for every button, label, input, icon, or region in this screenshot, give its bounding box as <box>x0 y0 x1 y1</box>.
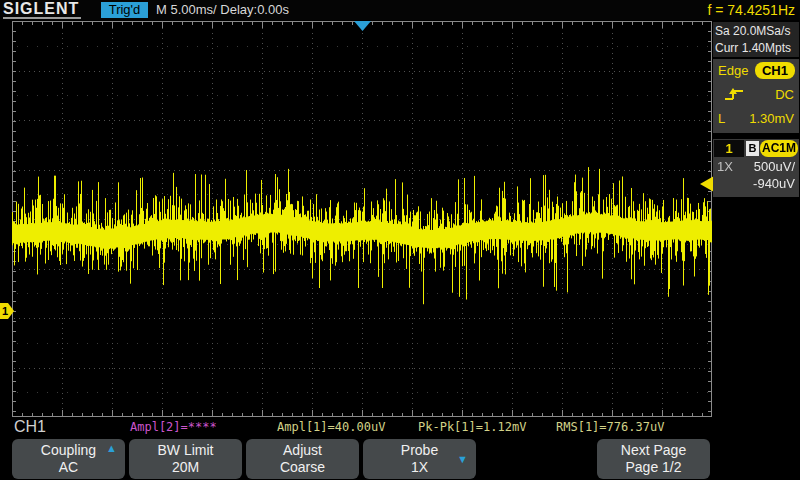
trigger-frequency: f = 74.4251Hz <box>707 2 795 18</box>
softkey-value: Coarse <box>246 459 359 476</box>
trigger-status-badge: Trig'd <box>101 2 148 18</box>
top-bar: SIGLENT Trig'd M 5.00ms/ Delay:0.00s f =… <box>0 0 800 20</box>
rising-edge-icon <box>723 86 745 104</box>
siglent-logo: SIGLENT <box>3 1 81 19</box>
softkey-value: AC <box>12 459 125 476</box>
vertical-offset: -940uV <box>753 175 795 192</box>
softkey-label: Adjust <box>246 442 359 459</box>
trigger-info-box[interactable]: Edge CH1 DC L 1.30mV <box>713 59 799 133</box>
softkey-next-page[interactable]: Next Page Page 1/2 <box>597 439 710 479</box>
bandwidth-limit-badge: B <box>746 141 759 156</box>
acquisition-info-box: Sa 20.0MSa/s Curr 1.40Mpts <box>713 22 799 57</box>
trigger-source-badge: CH1 <box>755 62 795 79</box>
measurement-pkpk1: Pk-Pk[1]=1.12mV <box>418 420 526 434</box>
softkey-label: Next Page <box>597 442 710 459</box>
trigger-coupling: DC <box>775 83 794 107</box>
channel-label: CH1 <box>14 418 46 436</box>
channel-info-box[interactable]: 1 B AC1M 1X 500uV/ -940uV <box>713 139 799 197</box>
softkey-label: BW Limit <box>129 442 242 459</box>
softkey-probe[interactable]: Probe 1X ▼ <box>363 439 476 479</box>
timebase-label[interactable]: M 5.00ms/ Delay:0.00s <box>156 2 289 18</box>
measurement-ampl1: Ampl[1]=40.00uV <box>277 420 385 434</box>
softkey-value: 20M <box>129 459 242 476</box>
measurement-ampl2: Ampl[2]=**** <box>130 420 217 434</box>
softkey-coupling[interactable]: Coupling AC ▲ <box>12 439 125 479</box>
measurement-bar: CH1 Ampl[2]=**** Ampl[1]=40.00uV Pk-Pk[1… <box>0 417 712 438</box>
down-arrow-icon: ▼ <box>457 453 468 465</box>
trigger-level-label: L <box>718 107 725 131</box>
menu-bar: Coupling AC ▲ BW Limit 20M Adjust Coarse… <box>0 438 800 480</box>
softkey-adjust[interactable]: Adjust Coarse <box>246 439 359 479</box>
sample-rate: Sa 20.0MSa/s <box>713 22 799 39</box>
oscilloscope-screen: SIGLENT Trig'd M 5.00ms/ Delay:0.00s f =… <box>0 0 800 480</box>
up-arrow-icon: ▲ <box>106 442 117 454</box>
channel-number-badge: 1 <box>714 140 744 157</box>
softkey-bw-limit[interactable]: BW Limit 20M <box>129 439 242 479</box>
vertical-scale: 500uV/ <box>754 158 795 175</box>
probe-attenuation: 1X <box>717 158 733 175</box>
trigger-level-value: 1.30mV <box>749 107 794 131</box>
scope-display <box>12 21 712 417</box>
trigger-type: Edge <box>718 59 748 83</box>
measurement-rms1: RMS[1]=776.37uV <box>556 420 664 434</box>
softkey-value: Page 1/2 <box>597 459 710 476</box>
memory-depth: Curr 1.40Mpts <box>713 39 799 56</box>
channel-coupling-badge: AC1M <box>760 140 798 157</box>
